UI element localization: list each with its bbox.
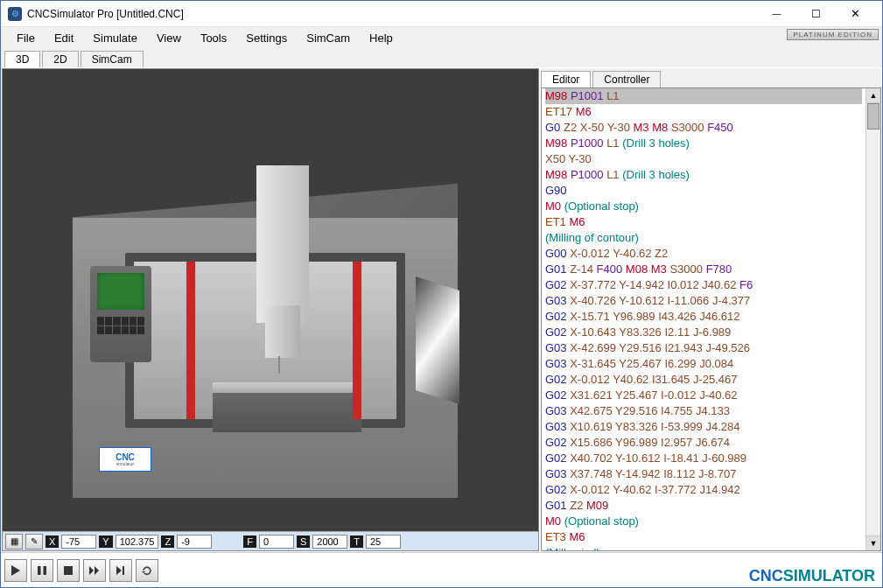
menu-bar: File Edit Simulate View Tools Settings S… (1, 27, 882, 48)
status-edit-icon[interactable]: ✎ (25, 534, 43, 550)
close-button[interactable] (836, 2, 875, 26)
tab-editor[interactable]: Editor (541, 71, 591, 88)
footer-logo: CNCSIMULATOR (749, 567, 875, 585)
z-label: Z (161, 536, 174, 548)
machine-model: CNCsimulator (55, 148, 475, 531)
gcode-line[interactable]: (Mill spiral) (545, 545, 862, 550)
svg-rect-0 (38, 566, 41, 575)
menu-tools[interactable]: Tools (192, 30, 235, 46)
gcode-line[interactable]: G03 X-31.645 Y25.467 I6.299 J0.084 (545, 356, 862, 372)
gcode-line[interactable]: ET1 M6 (545, 214, 862, 230)
scroll-thumb[interactable] (867, 103, 879, 130)
gcode-line[interactable]: ET3 M6 (545, 529, 862, 545)
minimize-button[interactable] (757, 2, 796, 26)
stop-button[interactable] (57, 559, 80, 582)
menu-edit[interactable]: Edit (46, 30, 82, 46)
t-label: T (350, 536, 363, 548)
scroll-down-icon[interactable]: ▼ (866, 536, 880, 550)
gcode-line[interactable]: G02 X-0.012 Y40.62 I31.645 J-25.467 (545, 372, 862, 388)
y-value: 102.375 (116, 535, 159, 549)
gcode-line[interactable]: G90 (545, 183, 862, 199)
gcode-line[interactable]: M98 P1001 L1 (545, 88, 862, 104)
menu-simcam[interactable]: SimCam (298, 30, 359, 46)
viewport-wrapper: CNCsimulator ▦ ✎ X -75 Y 102.375 Z -9 F … (2, 68, 539, 551)
s-label: S (297, 536, 310, 548)
menu-simulate[interactable]: Simulate (84, 30, 146, 46)
machine-control-panel (90, 266, 151, 362)
edition-badge: PLATINUM EDITION (787, 29, 879, 40)
gcode-line[interactable]: G02 X-0.012 Y-40.62 I-37.772 J14.942 (545, 482, 862, 498)
editor-panel: Editor Controller M98 P1001 L1ET17 M6G0 … (541, 68, 881, 551)
gcode-line[interactable]: G00 X-0.012 Y-40.62 Z2 (545, 246, 862, 262)
svg-rect-3 (123, 566, 124, 575)
gcode-line[interactable]: M0 (Optional stop) (545, 514, 862, 529)
pause-button[interactable] (31, 559, 53, 582)
fast-forward-button[interactable] (83, 559, 106, 582)
title-bar: CNCSimulator Pro [Untitled.CNC] (1, 1, 882, 27)
editor-tabs: Editor Controller (541, 68, 881, 88)
t-value: 25 (366, 535, 401, 549)
view-tabs: 3D 2D SimCam (1, 48, 882, 67)
status-mode-icon[interactable]: ▦ (5, 534, 23, 550)
svg-rect-2 (64, 566, 73, 575)
y-label: Y (99, 536, 112, 548)
tab-simcam[interactable]: SimCam (81, 51, 144, 67)
gcode-line[interactable]: G03 X-40.726 Y-10.612 I-11.066 J-4.377 (545, 293, 862, 309)
gcode-line[interactable]: ET17 M6 (545, 104, 862, 120)
gcode-line[interactable]: G01 Z-14 F400 M08 M3 S3000 F780 (545, 262, 862, 277)
editor-scrollbar[interactable]: ▲ ▼ (865, 88, 880, 550)
app-icon (8, 7, 22, 21)
menu-file[interactable]: File (8, 30, 44, 46)
s-value: 2000 (312, 535, 347, 549)
f-value: 0 (259, 535, 294, 549)
gcode-line[interactable]: G03 X-42.699 Y29.516 I21.943 J-49.526 (545, 340, 862, 356)
gcode-line[interactable]: M0 (Optional stop) (545, 199, 862, 214)
window-title: CNCSimulator Pro [Untitled.CNC] (27, 8, 757, 20)
svg-rect-1 (44, 566, 47, 575)
scroll-up-icon[interactable]: ▲ (866, 88, 880, 103)
f-label: F (243, 536, 256, 548)
step-button[interactable] (109, 559, 132, 582)
gcode-line[interactable]: G02 X40.702 Y-10.612 I-18.41 J-60.989 (545, 451, 862, 466)
gcode-line[interactable]: G01 Z2 M09 (545, 498, 862, 514)
play-button[interactable] (4, 559, 27, 582)
gcode-line[interactable]: G02 X-15.71 Y96.989 I43.426 J46.612 (545, 309, 862, 325)
editor-body: M98 P1001 L1ET17 M6G0 Z2 X-50 Y-30 M3 M8… (541, 88, 881, 551)
gcode-line[interactable]: G03 X42.675 Y29.516 I4.755 J4.133 (545, 403, 862, 419)
main-split: CNCsimulator ▦ ✎ X -75 Y 102.375 Z -9 F … (1, 67, 882, 552)
tab-controller[interactable]: Controller (592, 71, 661, 88)
x-value: -75 (61, 535, 96, 549)
x-label: X (46, 536, 59, 548)
playback-bar: CNCSIMULATOR (1, 552, 882, 587)
gcode-line[interactable]: G0 Z2 X-50 Y-30 M3 M8 S3000 F450 (545, 120, 862, 136)
loop-button[interactable] (136, 559, 158, 582)
z-value: -9 (177, 535, 212, 549)
tab-3d[interactable]: 3D (4, 51, 40, 67)
gcode-line[interactable]: M98 P1000 L1 (Drill 3 holes) (545, 167, 862, 183)
gcode-line[interactable]: G02 X31.621 Y25.467 I-0.012 J-40.62 (545, 388, 862, 403)
gcode-line[interactable]: G02 X-37.772 Y-14.942 I0.012 J40.62 F6 (545, 277, 862, 293)
menu-help[interactable]: Help (361, 30, 402, 46)
gcode-line[interactable]: G03 X37.748 Y-14.942 I8.112 J-8.707 (545, 466, 862, 482)
gcode-line[interactable]: G02 X15.686 Y96.989 I2.957 J6.674 (545, 435, 862, 451)
gcode-line[interactable]: G03 X10.619 Y83.326 I-53.999 J4.284 (545, 419, 862, 435)
gcode-line[interactable]: G02 X-10.643 Y83.326 I2.11 J-6.989 (545, 325, 862, 340)
maximize-button[interactable] (796, 2, 836, 26)
gcode-line[interactable]: (Milling of contour) (545, 230, 862, 246)
status-bar: ▦ ✎ X -75 Y 102.375 Z -9 F 0 S 2000 T 25 (3, 531, 538, 550)
tab-2d[interactable]: 2D (42, 51, 78, 67)
gcode-line[interactable]: X50 Y-30 (545, 151, 862, 167)
menu-settings[interactable]: Settings (237, 30, 296, 46)
gcode-editor[interactable]: M98 P1001 L1ET17 M6G0 Z2 X-50 Y-30 M3 M8… (542, 88, 865, 550)
menu-view[interactable]: View (148, 30, 190, 46)
machine-logo: CNCsimulator (99, 447, 151, 472)
gcode-line[interactable]: M98 P1000 L1 (Drill 3 holes) (545, 136, 862, 151)
viewport-3d[interactable]: CNCsimulator (3, 69, 538, 531)
